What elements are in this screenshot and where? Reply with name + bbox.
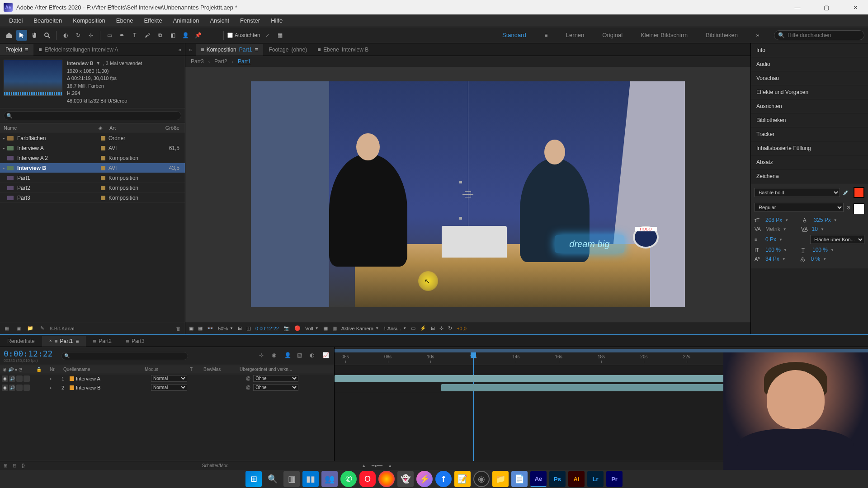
workspace-kleiner[interactable]: Kleiner Bildschirm	[637, 30, 691, 40]
timeline-search-input[interactable]	[61, 352, 188, 360]
audio-icon[interactable]: 🔊	[9, 375, 15, 382]
new-folder-icon[interactable]: 📁	[26, 324, 34, 333]
menu-ansicht[interactable]: Ansicht	[204, 15, 235, 26]
new-comp-icon[interactable]: ▣	[14, 324, 23, 333]
pen-tool-icon[interactable]: ✒	[117, 30, 127, 41]
solo-icon[interactable]	[16, 375, 23, 382]
col-parent[interactable]: Übergeordnet und verkn...	[240, 367, 334, 372]
audio-icon[interactable]: 🔊	[9, 385, 15, 391]
snapshot-icon[interactable]: 📷	[283, 325, 290, 331]
panel-info[interactable]: Info	[751, 43, 868, 57]
transform-handle[interactable]	[459, 181, 462, 183]
panel-zeichen-header[interactable]: Zeichen ≡	[751, 169, 868, 183]
project-search-input[interactable]	[4, 111, 181, 120]
parent-select[interactable]: Ohne	[253, 375, 298, 382]
workspace-original[interactable]: Original	[599, 30, 626, 40]
snap-edge-icon[interactable]: ▦	[275, 30, 286, 41]
help-search[interactable]: 🔍	[774, 30, 864, 40]
transparency-grid-icon[interactable]: ▦	[198, 325, 203, 331]
solo-icon[interactable]	[16, 385, 23, 391]
close-button[interactable]: ✕	[846, 4, 864, 11]
fast-preview-icon[interactable]: ⚡	[420, 325, 426, 331]
taskbar-widgets-icon[interactable]: ▮▮	[302, 471, 319, 487]
panel-tracker[interactable]: Tracker	[751, 127, 868, 141]
fill-color-swatch[interactable]	[854, 187, 864, 198]
font-size-value[interactable]: 208 Px	[765, 217, 782, 223]
minimize-button[interactable]: —	[788, 4, 807, 11]
comp-tab-ebene[interactable]: Ebene Interview B	[312, 44, 374, 56]
label-swatch[interactable]	[101, 196, 105, 200]
roto-tool-icon[interactable]: 👤	[180, 30, 191, 41]
hscale-value[interactable]: 100 %	[812, 247, 828, 253]
project-row[interactable]: Interview A 2Komposition	[0, 153, 185, 163]
zoom-slider[interactable]: ━●━━	[372, 463, 382, 468]
parent-select[interactable]: Ohne	[253, 384, 298, 391]
taskbar-obs-icon[interactable]: ◉	[473, 471, 490, 487]
zoom-out-icon[interactable]: ▲	[362, 463, 366, 468]
workspace-menu-icon[interactable]: ≡	[541, 30, 552, 41]
brush-tool-icon[interactable]: 🖌	[142, 30, 153, 41]
panel-content-fill[interactable]: Inhaltsbasierte Füllung	[751, 141, 868, 155]
kerning-value[interactable]: Metrik	[765, 226, 780, 232]
toggle-switches-icon[interactable]: ⊞	[4, 463, 7, 468]
resolution-icon[interactable]: ⊞	[238, 325, 242, 331]
panel-bibliotheken[interactable]: Bibliotheken	[751, 113, 868, 127]
workspace-standard[interactable]: Standard	[499, 30, 530, 40]
menu-hilfe[interactable]: Hilfe	[265, 15, 288, 26]
shy-icon[interactable]: 👤	[284, 352, 292, 360]
panel-audio[interactable]: Audio	[751, 57, 868, 71]
layer-color-swatch[interactable]	[70, 376, 74, 381]
blend-mode-select[interactable]: Normal	[151, 384, 187, 391]
refresh-icon[interactable]: ↻	[448, 325, 452, 331]
comp-tab-part1[interactable]: Komposition Part1 ≡	[196, 44, 264, 56]
col-tag-icon[interactable]: ◈	[95, 123, 106, 133]
vscale-value[interactable]: 100 %	[765, 247, 781, 253]
taskbar-facebook-icon[interactable]: f	[435, 471, 452, 487]
taskbar-taskview-icon[interactable]: ▥	[283, 471, 300, 487]
zoom-dropdown[interactable]: 50% ▼	[218, 326, 233, 331]
guides-icon[interactable]: ▥	[332, 325, 337, 331]
timeline-tab-part1[interactable]: × Part1 ≡	[42, 336, 86, 347]
crumb-part1[interactable]: Part1	[238, 58, 251, 65]
exposure-value[interactable]: +0,0	[457, 326, 467, 331]
composition-viewer[interactable]: dream big ↖	[185, 67, 750, 322]
taskbar-start-icon[interactable]: ⊞	[245, 471, 262, 487]
home-tool-icon[interactable]	[4, 30, 14, 41]
project-thumbnail[interactable]	[4, 60, 62, 96]
tracking-value[interactable]: 10	[812, 226, 818, 232]
taskbar-messenger-icon[interactable]: ⚡	[416, 471, 433, 487]
taskbar-app-icon[interactable]: 👻	[397, 471, 414, 487]
label-swatch[interactable]	[101, 136, 105, 141]
eraser-tool-icon[interactable]: ◧	[167, 30, 178, 41]
col-size[interactable]: Größe	[142, 123, 185, 133]
work-area-bar[interactable]	[335, 349, 868, 352]
graph-editor-icon[interactable]: 📈	[322, 352, 330, 360]
anchor-tool-icon[interactable]: ⊹	[85, 30, 96, 41]
eyedropper-icon[interactable]: 💉	[843, 189, 851, 196]
type-tool-icon[interactable]: T	[129, 30, 140, 41]
project-row[interactable]: ▸Interview AAVI61,5	[0, 143, 185, 153]
playhead[interactable]	[471, 352, 476, 358]
taskbar-lightroom-icon[interactable]: Lr	[587, 471, 604, 487]
timeline-icon[interactable]: ⊞	[431, 325, 435, 331]
taskbar-illustrator-icon[interactable]: Ai	[568, 471, 585, 487]
project-row[interactable]: Part1Komposition	[0, 173, 185, 183]
lock-icon[interactable]	[24, 385, 30, 391]
menu-animation[interactable]: Animation	[168, 15, 205, 26]
taskbar-premiere-icon[interactable]: Pr	[606, 471, 623, 487]
taskbar-whatsapp-icon[interactable]: ✆	[340, 471, 357, 487]
col-type[interactable]: Art	[106, 123, 142, 133]
layer-toggle-icon[interactable]: ▸	[50, 385, 56, 390]
puppet-tool-icon[interactable]: 📌	[193, 30, 203, 41]
layer-row[interactable]: ◉🔊▸2Interview BNormal@Ohne	[0, 383, 334, 392]
label-swatch[interactable]	[101, 146, 105, 150]
col-bewmas[interactable]: BewMas	[203, 367, 240, 372]
leading-value[interactable]: 325 Px	[814, 217, 830, 223]
comp-mini-flowchart-icon[interactable]: ⊹	[259, 352, 267, 360]
crumb-part2[interactable]: Part2	[214, 58, 227, 65]
tab-projekt[interactable]: Projekt ≡	[0, 44, 33, 56]
pixel-aspect-icon[interactable]: ▭	[411, 325, 415, 331]
maximize-button[interactable]: ▢	[817, 4, 835, 11]
panel-menu-icon[interactable]: ≡	[776, 173, 779, 179]
stroke-width-value[interactable]: 0 Px	[765, 236, 776, 243]
